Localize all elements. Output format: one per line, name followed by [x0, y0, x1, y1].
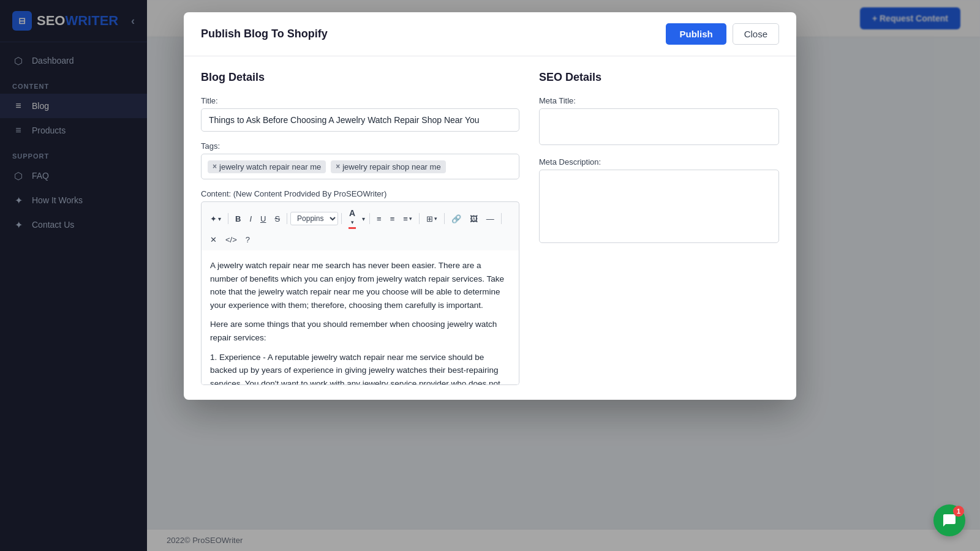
- toolbar-image-btn[interactable]: 🖼: [466, 212, 481, 226]
- toolbar-font-color-btn[interactable]: A ▾: [345, 206, 360, 231]
- modal-overlay: Publish Blog To Shopify Publish Close Bl…: [0, 0, 980, 551]
- toolbar-sep: [341, 213, 342, 224]
- tags-label: Tags:: [201, 141, 519, 151]
- tags-container: × jewelry watch repair near me × jewelry…: [201, 154, 519, 179]
- seo-details-title: SEO Details: [539, 71, 779, 84]
- tag-item: × jewelry watch repair near me: [208, 160, 326, 173]
- content-label: Content: (New Content Prodvided By ProSE…: [201, 189, 519, 198]
- toolbar-sep: [501, 213, 502, 224]
- toolbar-code-btn[interactable]: </>: [222, 233, 241, 247]
- meta-desc-label: Meta Description:: [539, 157, 779, 167]
- toolbar-font-color-arrow[interactable]: ▾: [361, 213, 366, 225]
- toolbar-magic-icon[interactable]: ✦ ▾: [206, 212, 225, 226]
- meta-title-input[interactable]: [539, 108, 779, 145]
- tag-label: jewelry repair shop near me: [342, 162, 440, 171]
- tag-label: jewelry watch repair near me: [219, 162, 321, 171]
- toolbar-bold-btn[interactable]: B: [232, 212, 244, 226]
- modal-title: Publish Blog To Shopify: [201, 28, 328, 40]
- editor-paragraph: 1. Experience - A reputable jewelry watc…: [210, 351, 510, 385]
- editor-paragraph: A jewelry watch repair near me search ha…: [210, 259, 510, 312]
- publish-button[interactable]: Publish: [666, 23, 726, 45]
- tag-remove-icon[interactable]: ×: [213, 162, 217, 171]
- modal-header: Publish Blog To Shopify Publish Close: [184, 12, 796, 56]
- chat-bubble-button[interactable]: 1: [933, 504, 965, 536]
- modal-body: Blog Details Title: Tags: × jewelry watc…: [184, 56, 796, 400]
- toolbar-sep: [369, 213, 370, 224]
- toolbar-table-btn[interactable]: ⊞ ▾: [423, 212, 441, 226]
- close-button[interactable]: Close: [733, 23, 779, 45]
- toolbar-italic-btn[interactable]: I: [246, 212, 255, 226]
- toolbar-sep: [287, 213, 287, 224]
- meta-title-field-group: Meta Title:: [539, 96, 779, 148]
- toolbar-help-btn[interactable]: ?: [242, 233, 254, 247]
- meta-desc-field-group: Meta Description:: [539, 157, 779, 246]
- editor-toolbar: ✦ ▾ B I U S Poppins A ▾: [201, 201, 519, 250]
- editor-paragraph: Here are some things that you should rem…: [210, 318, 510, 344]
- font-family-select[interactable]: Poppins: [290, 212, 338, 225]
- tags-field-group: Tags: × jewelry watch repair near me × j…: [201, 141, 519, 179]
- toolbar-link-btn[interactable]: 🔗: [448, 212, 465, 226]
- modal-header-actions: Publish Close: [666, 23, 779, 45]
- toolbar-underline-btn[interactable]: U: [257, 212, 270, 226]
- toolbar-hr-btn[interactable]: —: [483, 212, 498, 226]
- editor-body[interactable]: A jewelry watch repair near me search ha…: [201, 250, 519, 385]
- title-label: Title:: [201, 96, 519, 105]
- title-field-group: Title:: [201, 96, 519, 132]
- toolbar-ul-btn[interactable]: ≡: [373, 212, 385, 226]
- chat-badge: 1: [953, 506, 964, 517]
- toolbar-clear-btn[interactable]: ✕: [206, 233, 221, 247]
- toolbar-align-btn[interactable]: ≡ ▾: [399, 212, 416, 226]
- title-input[interactable]: [201, 108, 519, 132]
- seo-details-column: SEO Details Meta Title: Meta Description…: [539, 71, 779, 385]
- toolbar-sep: [419, 213, 420, 224]
- toolbar-strikethrough-btn[interactable]: S: [271, 212, 284, 226]
- toolbar-ol-btn[interactable]: ≡: [386, 212, 399, 226]
- blog-details-title: Blog Details: [201, 71, 519, 84]
- tag-item: × jewelry repair shop near me: [331, 160, 445, 173]
- publish-modal: Publish Blog To Shopify Publish Close Bl…: [184, 12, 796, 400]
- meta-desc-input[interactable]: [539, 170, 779, 243]
- toolbar-sep: [444, 213, 445, 224]
- blog-details-column: Blog Details Title: Tags: × jewelry watc…: [201, 71, 519, 385]
- meta-title-label: Meta Title:: [539, 96, 779, 105]
- content-field-group: Content: (New Content Prodvided By ProSE…: [201, 189, 519, 385]
- toolbar-sep: [228, 213, 228, 224]
- tag-remove-icon[interactable]: ×: [336, 162, 340, 171]
